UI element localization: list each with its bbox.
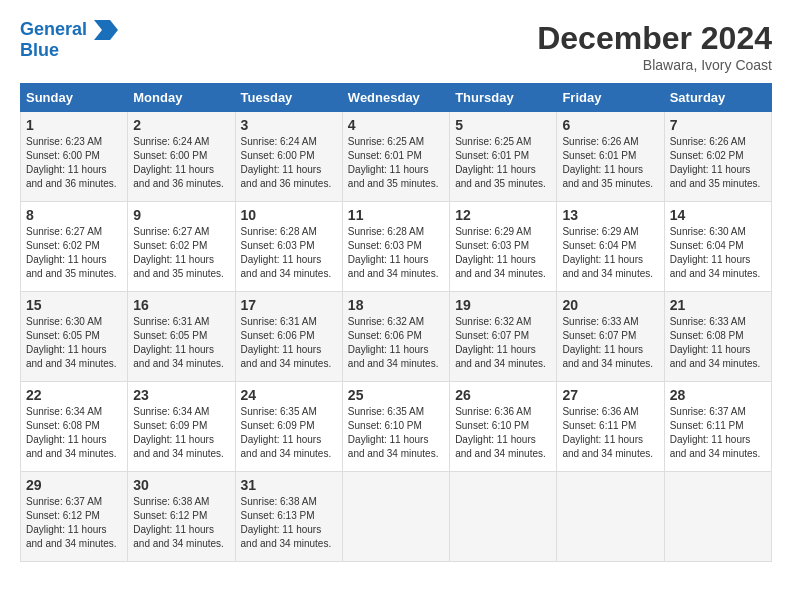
- day-number: 3: [241, 117, 337, 133]
- day-number: 31: [241, 477, 337, 493]
- calendar-cell: 8 Sunrise: 6:27 AMSunset: 6:02 PMDayligh…: [21, 202, 128, 292]
- day-number: 30: [133, 477, 229, 493]
- calendar-cell: 13 Sunrise: 6:29 AMSunset: 6:04 PMDaylig…: [557, 202, 664, 292]
- day-number: 14: [670, 207, 766, 223]
- day-number: 8: [26, 207, 122, 223]
- day-number: 12: [455, 207, 551, 223]
- calendar-cell: 4 Sunrise: 6:25 AMSunset: 6:01 PMDayligh…: [342, 112, 449, 202]
- day-info: Sunrise: 6:36 AMSunset: 6:11 PMDaylight:…: [562, 405, 658, 461]
- calendar-cell: 12 Sunrise: 6:29 AMSunset: 6:03 PMDaylig…: [450, 202, 557, 292]
- calendar-cell: 9 Sunrise: 6:27 AMSunset: 6:02 PMDayligh…: [128, 202, 235, 292]
- logo: General Blue: [20, 20, 118, 61]
- calendar-cell: 6 Sunrise: 6:26 AMSunset: 6:01 PMDayligh…: [557, 112, 664, 202]
- logo-blue: Blue: [20, 40, 118, 61]
- calendar-cell: 20 Sunrise: 6:33 AMSunset: 6:07 PMDaylig…: [557, 292, 664, 382]
- calendar-cell: 5 Sunrise: 6:25 AMSunset: 6:01 PMDayligh…: [450, 112, 557, 202]
- logo-text: General: [20, 20, 118, 40]
- calendar-week-row: 15 Sunrise: 6:30 AMSunset: 6:05 PMDaylig…: [21, 292, 772, 382]
- calendar-cell: 2 Sunrise: 6:24 AMSunset: 6:00 PMDayligh…: [128, 112, 235, 202]
- calendar-cell: 1 Sunrise: 6:23 AMSunset: 6:00 PMDayligh…: [21, 112, 128, 202]
- svg-marker-0: [94, 20, 118, 40]
- page-header: General Blue December 2024 Blawara, Ivor…: [20, 20, 772, 73]
- calendar-cell: 25 Sunrise: 6:35 AMSunset: 6:10 PMDaylig…: [342, 382, 449, 472]
- day-info: Sunrise: 6:28 AMSunset: 6:03 PMDaylight:…: [241, 225, 337, 281]
- calendar-cell: 15 Sunrise: 6:30 AMSunset: 6:05 PMDaylig…: [21, 292, 128, 382]
- weekday-header: Friday: [557, 84, 664, 112]
- day-number: 16: [133, 297, 229, 313]
- day-info: Sunrise: 6:29 AMSunset: 6:03 PMDaylight:…: [455, 225, 551, 281]
- weekday-header-row: SundayMondayTuesdayWednesdayThursdayFrid…: [21, 84, 772, 112]
- title-block: December 2024 Blawara, Ivory Coast: [537, 20, 772, 73]
- day-info: Sunrise: 6:32 AMSunset: 6:07 PMDaylight:…: [455, 315, 551, 371]
- day-info: Sunrise: 6:24 AMSunset: 6:00 PMDaylight:…: [241, 135, 337, 191]
- day-number: 25: [348, 387, 444, 403]
- day-number: 26: [455, 387, 551, 403]
- location: Blawara, Ivory Coast: [537, 57, 772, 73]
- day-info: Sunrise: 6:38 AMSunset: 6:12 PMDaylight:…: [133, 495, 229, 551]
- calendar-week-row: 29 Sunrise: 6:37 AMSunset: 6:12 PMDaylig…: [21, 472, 772, 562]
- day-info: Sunrise: 6:38 AMSunset: 6:13 PMDaylight:…: [241, 495, 337, 551]
- day-number: 15: [26, 297, 122, 313]
- day-info: Sunrise: 6:28 AMSunset: 6:03 PMDaylight:…: [348, 225, 444, 281]
- day-info: Sunrise: 6:25 AMSunset: 6:01 PMDaylight:…: [348, 135, 444, 191]
- day-info: Sunrise: 6:29 AMSunset: 6:04 PMDaylight:…: [562, 225, 658, 281]
- day-number: 29: [26, 477, 122, 493]
- calendar-cell: [450, 472, 557, 562]
- calendar-cell: 31 Sunrise: 6:38 AMSunset: 6:13 PMDaylig…: [235, 472, 342, 562]
- calendar-cell: 24 Sunrise: 6:35 AMSunset: 6:09 PMDaylig…: [235, 382, 342, 472]
- calendar-cell: 19 Sunrise: 6:32 AMSunset: 6:07 PMDaylig…: [450, 292, 557, 382]
- calendar-week-row: 22 Sunrise: 6:34 AMSunset: 6:08 PMDaylig…: [21, 382, 772, 472]
- day-number: 28: [670, 387, 766, 403]
- calendar-table: SundayMondayTuesdayWednesdayThursdayFrid…: [20, 83, 772, 562]
- weekday-header: Sunday: [21, 84, 128, 112]
- day-number: 11: [348, 207, 444, 223]
- calendar-cell: 14 Sunrise: 6:30 AMSunset: 6:04 PMDaylig…: [664, 202, 771, 292]
- calendar-cell: 11 Sunrise: 6:28 AMSunset: 6:03 PMDaylig…: [342, 202, 449, 292]
- weekday-header: Monday: [128, 84, 235, 112]
- day-number: 17: [241, 297, 337, 313]
- day-info: Sunrise: 6:35 AMSunset: 6:10 PMDaylight:…: [348, 405, 444, 461]
- day-number: 10: [241, 207, 337, 223]
- calendar-cell: 28 Sunrise: 6:37 AMSunset: 6:11 PMDaylig…: [664, 382, 771, 472]
- day-number: 24: [241, 387, 337, 403]
- day-number: 13: [562, 207, 658, 223]
- calendar-week-row: 8 Sunrise: 6:27 AMSunset: 6:02 PMDayligh…: [21, 202, 772, 292]
- calendar-cell: [342, 472, 449, 562]
- day-info: Sunrise: 6:26 AMSunset: 6:02 PMDaylight:…: [670, 135, 766, 191]
- day-number: 18: [348, 297, 444, 313]
- calendar-cell: 27 Sunrise: 6:36 AMSunset: 6:11 PMDaylig…: [557, 382, 664, 472]
- calendar-cell: 3 Sunrise: 6:24 AMSunset: 6:00 PMDayligh…: [235, 112, 342, 202]
- day-number: 20: [562, 297, 658, 313]
- day-number: 27: [562, 387, 658, 403]
- calendar-cell: 30 Sunrise: 6:38 AMSunset: 6:12 PMDaylig…: [128, 472, 235, 562]
- calendar-cell: [557, 472, 664, 562]
- day-number: 7: [670, 117, 766, 133]
- day-info: Sunrise: 6:24 AMSunset: 6:00 PMDaylight:…: [133, 135, 229, 191]
- calendar-cell: 23 Sunrise: 6:34 AMSunset: 6:09 PMDaylig…: [128, 382, 235, 472]
- day-info: Sunrise: 6:35 AMSunset: 6:09 PMDaylight:…: [241, 405, 337, 461]
- calendar-cell: [664, 472, 771, 562]
- calendar-cell: 7 Sunrise: 6:26 AMSunset: 6:02 PMDayligh…: [664, 112, 771, 202]
- day-info: Sunrise: 6:25 AMSunset: 6:01 PMDaylight:…: [455, 135, 551, 191]
- calendar-cell: 22 Sunrise: 6:34 AMSunset: 6:08 PMDaylig…: [21, 382, 128, 472]
- day-number: 5: [455, 117, 551, 133]
- day-number: 19: [455, 297, 551, 313]
- weekday-header: Saturday: [664, 84, 771, 112]
- day-info: Sunrise: 6:31 AMSunset: 6:05 PMDaylight:…: [133, 315, 229, 371]
- calendar-week-row: 1 Sunrise: 6:23 AMSunset: 6:00 PMDayligh…: [21, 112, 772, 202]
- calendar-cell: 18 Sunrise: 6:32 AMSunset: 6:06 PMDaylig…: [342, 292, 449, 382]
- calendar-cell: 16 Sunrise: 6:31 AMSunset: 6:05 PMDaylig…: [128, 292, 235, 382]
- day-info: Sunrise: 6:34 AMSunset: 6:09 PMDaylight:…: [133, 405, 229, 461]
- day-info: Sunrise: 6:23 AMSunset: 6:00 PMDaylight:…: [26, 135, 122, 191]
- day-info: Sunrise: 6:26 AMSunset: 6:01 PMDaylight:…: [562, 135, 658, 191]
- day-number: 9: [133, 207, 229, 223]
- day-info: Sunrise: 6:37 AMSunset: 6:12 PMDaylight:…: [26, 495, 122, 551]
- day-info: Sunrise: 6:30 AMSunset: 6:04 PMDaylight:…: [670, 225, 766, 281]
- day-number: 21: [670, 297, 766, 313]
- day-info: Sunrise: 6:37 AMSunset: 6:11 PMDaylight:…: [670, 405, 766, 461]
- day-info: Sunrise: 6:34 AMSunset: 6:08 PMDaylight:…: [26, 405, 122, 461]
- weekday-header: Thursday: [450, 84, 557, 112]
- day-info: Sunrise: 6:36 AMSunset: 6:10 PMDaylight:…: [455, 405, 551, 461]
- calendar-cell: 21 Sunrise: 6:33 AMSunset: 6:08 PMDaylig…: [664, 292, 771, 382]
- day-number: 23: [133, 387, 229, 403]
